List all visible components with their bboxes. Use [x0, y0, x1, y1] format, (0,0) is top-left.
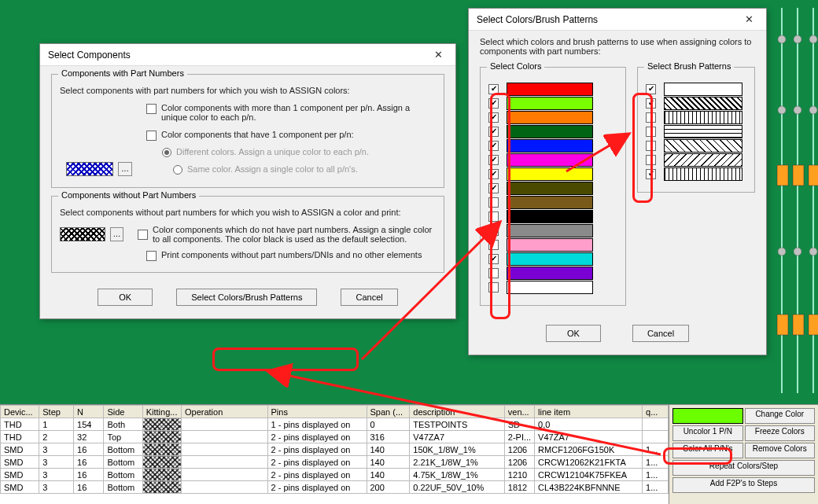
color-checkbox[interactable]	[488, 84, 499, 94]
color-swatch[interactable]	[507, 224, 593, 237]
table-row[interactable]: SMD316Bottom2 - pins displayed on1404.75…	[1, 469, 669, 481]
cell: 2 - pins displayed on	[267, 431, 367, 443]
color-checkbox[interactable]	[488, 240, 499, 250]
component-grid[interactable]: Devic...StepNSideKitting...OperationPins…	[0, 405, 669, 504]
pattern-checkbox[interactable]	[646, 141, 656, 151]
col-header[interactable]: Side	[104, 406, 142, 418]
col-header[interactable]: Span (...	[367, 406, 410, 418]
table-row[interactable]: SMD316Bottom2 - pins displayed on2000.22…	[1, 481, 669, 494]
color-swatch[interactable]	[507, 252, 593, 266]
cell: 2.21K_1/8W_1%	[410, 456, 505, 469]
color-checkbox[interactable]	[488, 98, 499, 109]
add-f2p-button[interactable]: Add F2P's to Steps	[672, 477, 815, 493]
col-header[interactable]: ven...	[504, 406, 534, 418]
label-different-colors: Different colors. Assign a unique color …	[176, 147, 369, 156]
label-same-color: Same color. Assign a single color to all…	[187, 164, 358, 174]
color-checkbox[interactable]	[488, 254, 499, 264]
col-header[interactable]: line item	[535, 406, 643, 418]
color-swatch[interactable]	[507, 111, 593, 124]
col-header[interactable]: Kitting...	[142, 406, 181, 418]
color-checkbox[interactable]	[488, 169, 499, 179]
col-header[interactable]: Pins	[267, 406, 367, 418]
color-swatch-button[interactable]	[66, 162, 113, 176]
col-header[interactable]: N	[74, 406, 104, 418]
ok-button[interactable]: OK	[546, 325, 601, 342]
color-swatch[interactable]	[507, 167, 593, 181]
cell: V47ZA7	[535, 431, 643, 443]
radio-same-color[interactable]	[173, 165, 182, 175]
col-header[interactable]: Operation	[181, 406, 267, 418]
color-checkbox[interactable]	[488, 112, 499, 123]
close-icon[interactable]: ✕	[429, 49, 448, 61]
table-row[interactable]: THD1154Both1 - pins displayed on0TESTPOI…	[1, 418, 669, 431]
cell	[181, 418, 267, 431]
select-colors-button[interactable]: Select Colors/Brush Patterns	[176, 289, 317, 306]
freeze-colors-button[interactable]: Freeze Colors	[745, 425, 816, 441]
color-swatch[interactable]	[507, 210, 593, 223]
cancel-button[interactable]: Cancel	[341, 289, 397, 306]
checkbox-print-no-pn[interactable]	[146, 251, 157, 261]
color-swatch[interactable]	[507, 238, 593, 252]
highlight-select-colors-btn	[212, 348, 359, 371]
checkbox-no-pn[interactable]	[138, 230, 148, 240]
table-row[interactable]: SMD316Bottom2 - pins displayed on1402.21…	[1, 456, 669, 469]
pattern-swatch[interactable]	[664, 139, 742, 153]
repeat-colors-button[interactable]: Repeat Colors/Step	[672, 460, 815, 476]
color-checkbox[interactable]	[488, 183, 499, 193]
cell: 316	[367, 431, 410, 443]
color-swatch[interactable]	[507, 196, 593, 209]
col-header[interactable]: Devic...	[1, 406, 39, 418]
pattern-swatch[interactable]	[664, 83, 742, 96]
color-swatch[interactable]	[507, 125, 593, 138]
color-swatch[interactable]	[507, 153, 593, 167]
color-checkbox[interactable]	[488, 212, 499, 222]
radio-different-colors[interactable]	[162, 148, 171, 157]
pattern-swatch[interactable]	[664, 153, 742, 167]
ellipsis-button[interactable]: …	[118, 162, 132, 176]
svg-rect-11	[809, 165, 818, 186]
pattern-checkbox[interactable]	[646, 112, 656, 123]
pattern-checkbox[interactable]	[646, 155, 656, 165]
intro-text: Select components with part numbers for …	[60, 86, 436, 95]
color-checkbox[interactable]	[488, 127, 499, 137]
select-colors-group: Select Colors	[480, 67, 626, 306]
table-row[interactable]: THD232Top2 - pins displayed on316V47ZA72…	[1, 431, 669, 443]
close-icon[interactable]: ✕	[740, 13, 758, 25]
pattern-checkbox[interactable]	[646, 169, 656, 179]
color-swatch[interactable]	[507, 267, 593, 280]
color-all-pn-button[interactable]: Color All P/N's	[672, 443, 743, 458]
cancel-button[interactable]: Cancel	[632, 325, 689, 342]
current-color-preview[interactable]	[672, 408, 743, 424]
color-swatch[interactable]	[507, 281, 593, 294]
color-swatch[interactable]	[507, 139, 593, 153]
pattern-swatch[interactable]	[664, 125, 742, 138]
remove-colors-button[interactable]: Remove Colors	[745, 443, 816, 458]
pattern-swatch-button[interactable]	[60, 227, 105, 241]
pattern-swatch[interactable]	[664, 167, 742, 181]
color-checkbox[interactable]	[488, 282, 499, 292]
pattern-swatch[interactable]	[664, 111, 742, 124]
ok-button[interactable]: OK	[98, 289, 153, 306]
pattern-swatch[interactable]	[664, 97, 742, 110]
table-row[interactable]: SMD316Bottom2 - pins displayed on140150K…	[1, 443, 669, 456]
pattern-checkbox[interactable]	[646, 98, 656, 109]
pattern-checkbox[interactable]	[646, 127, 656, 137]
color-checkbox[interactable]	[488, 155, 499, 165]
color-swatch[interactable]	[507, 97, 593, 110]
color-swatch[interactable]	[507, 182, 593, 195]
col-header[interactable]: description	[410, 406, 505, 418]
color-swatch[interactable]	[507, 83, 593, 96]
change-color-button[interactable]: Change Color	[745, 408, 816, 424]
color-checkbox[interactable]	[488, 268, 499, 278]
cell: 1...	[643, 481, 669, 494]
ellipsis-button[interactable]: …	[110, 227, 123, 241]
color-checkbox[interactable]	[488, 141, 499, 151]
checkbox-single-pn[interactable]	[146, 131, 157, 141]
checkbox-multi-pn[interactable]	[146, 104, 157, 114]
color-checkbox[interactable]	[488, 197, 499, 208]
pattern-checkbox[interactable]	[646, 84, 656, 94]
col-header[interactable]: q...	[643, 406, 669, 418]
col-header[interactable]: Step	[39, 406, 74, 418]
uncolor-pn-button[interactable]: Uncolor 1 P/N	[672, 425, 743, 441]
color-checkbox[interactable]	[488, 226, 499, 236]
